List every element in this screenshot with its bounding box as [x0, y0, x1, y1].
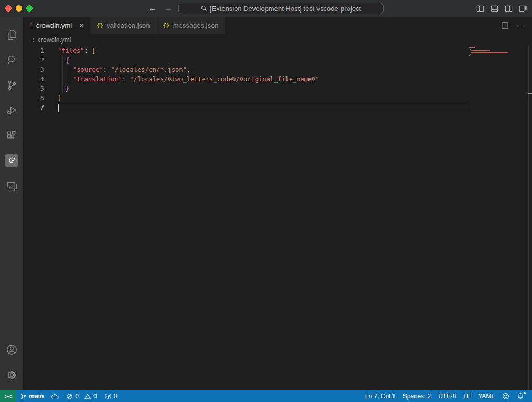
code-token: "translation": [73, 76, 122, 83]
git-branch-icon: [20, 393, 27, 400]
crowdin-icon[interactable]: [0, 148, 23, 173]
breadcrumb[interactable]: ! crowdin.yml: [23, 34, 532, 46]
editor-actions: ···: [501, 17, 532, 34]
line-number[interactable]: 1: [23, 46, 44, 56]
error-count: 0: [75, 393, 79, 400]
code-line-2[interactable]: 2 {: [23, 56, 469, 65]
tab-bar: ! crowdin.yml × {} validation.json {} me…: [23, 17, 532, 34]
overview-cursor-tick: [528, 93, 532, 94]
notification-dot: [524, 392, 526, 394]
code-line-5[interactable]: 5 }: [23, 84, 469, 93]
indent-guide: [70, 75, 70, 84]
indent-guide: [62, 84, 63, 93]
git-branch-status[interactable]: main: [16, 390, 47, 402]
explorer-icon[interactable]: [0, 22, 23, 47]
split-editor-icon[interactable]: [501, 22, 509, 29]
line-number[interactable]: 6: [23, 93, 44, 103]
code-token: :: [84, 47, 88, 55]
status-bar-right: Ln 7, Col 1 Spaces: 2 UTF-8 LF YAML: [361, 390, 532, 402]
go-back-button[interactable]: ←: [148, 4, 157, 13]
code-lines: 1"files": [2 {3 "source": "/locales/en/*…: [23, 46, 469, 112]
editor-group: ! crowdin.yml × {} validation.json {} me…: [23, 17, 532, 390]
line-number[interactable]: 5: [23, 84, 44, 93]
minimap-line: [471, 50, 490, 51]
code-token: }: [65, 85, 69, 92]
close-tab-icon[interactable]: ×: [79, 22, 83, 29]
title-bar: ← → [Extension Development Host] test-vs…: [0, 0, 532, 17]
remote-indicator[interactable]: ><: [0, 390, 16, 402]
indent-guide: [62, 75, 63, 84]
crowdin-active-tile: [5, 154, 18, 167]
customize-layout-icon[interactable]: [519, 5, 527, 13]
tab-messages-json[interactable]: {} messages.json: [156, 17, 225, 34]
problems-status[interactable]: 0 0: [62, 390, 100, 402]
go-forward-button[interactable]: →: [164, 4, 173, 13]
search-icon: [201, 5, 207, 12]
line-number[interactable]: 3: [23, 65, 44, 75]
run-and-debug-icon[interactable]: [0, 98, 23, 123]
bell-icon: [517, 393, 524, 400]
json-file-icon: {}: [163, 22, 169, 29]
line-number[interactable]: 2: [23, 56, 44, 65]
notifications-bell[interactable]: [513, 390, 528, 402]
toggle-primary-sidebar-icon[interactable]: [476, 5, 484, 13]
code-line-4[interactable]: 4 "translation": "/locales/%two_letters_…: [23, 75, 469, 84]
settings-gear-icon[interactable]: [0, 362, 23, 387]
toggle-secondary-sidebar-icon[interactable]: [505, 5, 513, 13]
code-line-6[interactable]: 6]: [23, 93, 469, 103]
ports-count: 0: [114, 393, 118, 400]
minimize-window-button[interactable]: [16, 5, 22, 12]
line-content: ]: [58, 93, 469, 103]
code-token: [58, 76, 73, 83]
window-title: [Extension Development Host] test-vscode…: [210, 5, 361, 13]
minimap-line: [469, 47, 475, 48]
more-actions-icon[interactable]: ···: [516, 22, 525, 29]
minimap-line: [470, 54, 471, 55]
layout-controls: [476, 5, 527, 13]
feedback-smiley-icon: [502, 393, 509, 400]
history-navigation: ← →: [148, 4, 173, 13]
code-line-1[interactable]: 1"files": [: [23, 46, 469, 56]
search-icon[interactable]: [0, 47, 23, 72]
code-line-3[interactable]: 3 "source": "/locales/en/*.json",: [23, 65, 469, 75]
zoom-window-button[interactable]: [26, 5, 33, 12]
code-line-7[interactable]: 7: [23, 103, 469, 112]
close-window-button[interactable]: [5, 5, 12, 12]
encoding[interactable]: UTF-8: [434, 390, 460, 402]
breadcrumb-file[interactable]: crowdin.yml: [38, 36, 71, 44]
line-number[interactable]: 4: [23, 75, 44, 84]
warning-count: 0: [93, 393, 97, 400]
tab-validation-json[interactable]: {} validation.json: [90, 17, 157, 34]
vscode-window: ← → [Extension Development Host] test-vs…: [0, 0, 532, 402]
indent-guide: [62, 56, 63, 65]
errors-icon: [66, 393, 73, 400]
minimap-line: [470, 49, 471, 50]
tweet-feedback-button[interactable]: [498, 390, 513, 402]
tab-crowdin-yml[interactable]: ! crowdin.yml ×: [23, 17, 90, 34]
indentation[interactable]: Spaces: 2: [399, 390, 434, 402]
source-control-icon[interactable]: [0, 72, 23, 98]
code-token: [58, 57, 65, 64]
code-editor[interactable]: 1"files": [2 {3 "source": "/locales/en/*…: [23, 46, 532, 390]
eol-sequence[interactable]: LF: [460, 390, 474, 402]
ports-status[interactable]: 0: [101, 390, 121, 402]
line-number[interactable]: 7: [23, 103, 44, 112]
minimap[interactable]: [469, 47, 507, 58]
json-file-icon: {}: [97, 22, 103, 29]
cursor-position[interactable]: Ln 7, Col 1: [361, 390, 399, 402]
publish-changes-button[interactable]: [47, 390, 62, 402]
language-mode[interactable]: YAML: [474, 390, 498, 402]
overview-ruler[interactable]: [528, 46, 532, 390]
code-token: "/locales/%two_letters_code%/%original_f…: [130, 76, 319, 83]
accounts-icon[interactable]: [0, 337, 23, 362]
extensions-icon[interactable]: [0, 123, 23, 148]
minimap-line: [471, 52, 508, 53]
code-token: "source": [73, 66, 103, 73]
branch-name: main: [29, 393, 44, 400]
traffic-lights: [5, 5, 33, 12]
command-center-search[interactable]: [Extension Development Host] test-vscode…: [178, 3, 384, 14]
remote-label: ><: [5, 393, 12, 400]
toggle-panel-icon[interactable]: [491, 5, 498, 13]
radio-tower-icon: [104, 393, 112, 400]
comments-icon[interactable]: [0, 173, 23, 198]
